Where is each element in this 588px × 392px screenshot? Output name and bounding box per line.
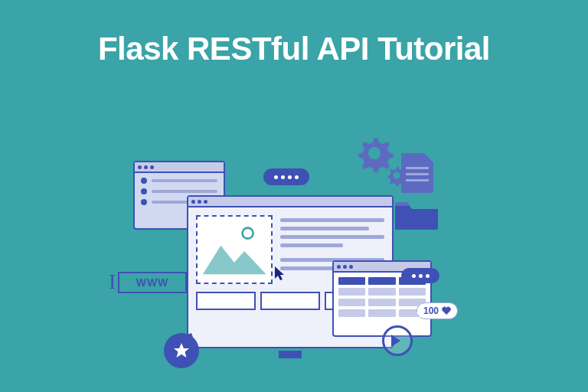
- folder-icon: [394, 199, 439, 230]
- chat-bubble-icon: [263, 168, 309, 185]
- monitor-stand: [279, 351, 302, 358]
- svg-point-0: [243, 228, 253, 239]
- page-title: Flask RESTful API Tutorial: [0, 0, 588, 67]
- heart-icon: [442, 306, 451, 315]
- star-badge-icon: [164, 333, 199, 368]
- play-button-icon: [382, 325, 413, 356]
- like-count-badge: 100: [416, 302, 458, 319]
- text-cursor-icon: I: [109, 270, 116, 294]
- cursor-icon: [275, 266, 287, 282]
- document-icon: [401, 153, 433, 193]
- web-dev-illustration: I WWW 100: [126, 153, 462, 383]
- like-count-value: 100: [423, 305, 439, 316]
- www-label: WWW: [118, 272, 187, 293]
- image-placeholder-icon: [196, 215, 273, 284]
- chat-bubble-small-icon: [401, 268, 439, 283]
